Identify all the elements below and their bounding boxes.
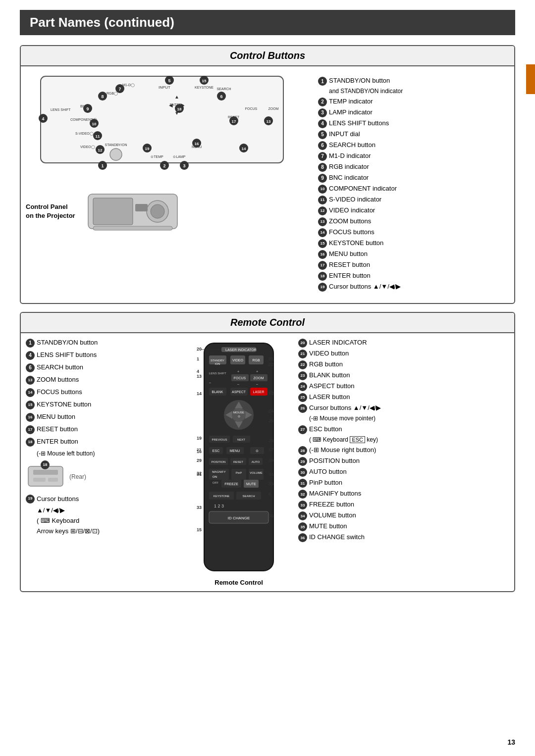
- item-text: COMPONENT indicator: [329, 184, 397, 193]
- list-item: 4 LENS SHIFT buttons: [26, 351, 179, 360]
- svg-text:1: 1: [101, 163, 104, 168]
- list-item: 36 ID CHANGE switch: [298, 533, 509, 542]
- list-item: 15 KEYSTONE button: [26, 400, 179, 409]
- svg-text:FREEZE: FREEZE: [224, 482, 238, 486]
- list-item: 4 LENS SHIFT buttons: [318, 119, 509, 128]
- item-text: (-⊞ Mouse left button): [26, 450, 95, 458]
- item-text: STANDBY/ON button: [37, 338, 98, 347]
- control-items-list: 1 STANDBY/ON button and STANDBY/ON indic…: [313, 71, 509, 298]
- svg-text:▲: ▲: [174, 94, 179, 100]
- svg-text:11: 11: [96, 134, 100, 139]
- svg-text:+: +: [256, 370, 258, 373]
- item-number: 6: [26, 363, 35, 372]
- list-item: 14 FOCUS buttons: [26, 388, 179, 397]
- item-number: 27: [298, 425, 307, 434]
- item-number: 4: [318, 119, 327, 128]
- cursor-keyboard-note: ( ⌨ Keyboard: [26, 516, 179, 526]
- item-text: ENTER button: [37, 437, 78, 446]
- list-item: 17 RESET button: [318, 260, 509, 270]
- list-item: 14 FOCUS buttons: [318, 228, 509, 237]
- item-text: MENU button: [329, 250, 368, 258]
- item-number: 30: [298, 468, 307, 477]
- list-item: 21 VIDEO button: [298, 349, 509, 358]
- svg-text:14: 14: [197, 391, 202, 396]
- item-number: 22: [298, 360, 307, 369]
- item-text: STANDBY/ON button: [329, 76, 390, 85]
- svg-text:15: 15: [202, 79, 207, 83]
- item-number: 4: [26, 351, 35, 360]
- remote-control-section: Remote Control 1 STANDBY/ON button 4 LEN…: [20, 312, 515, 592]
- svg-text:ESC: ESC: [213, 449, 219, 453]
- item-number: 16: [318, 250, 327, 259]
- list-item: 26 Cursor buttons ▲/▼/◀/▶: [298, 403, 509, 413]
- item-text: AUTO button: [309, 467, 347, 476]
- list-item: 22 RGB button: [298, 360, 509, 369]
- item-text: and STANDBY/ON indicator: [318, 87, 403, 96]
- svg-text:17: 17: [232, 119, 236, 124]
- list-item: 15 KEYSTONE button: [318, 239, 509, 248]
- list-item: 23 BLANK button: [298, 371, 509, 380]
- list-item: ( ⌨ Keyboard ESC key): [298, 436, 509, 444]
- svg-text:PREVIOUS: PREVIOUS: [212, 438, 227, 441]
- svg-text:POSITION: POSITION: [212, 460, 226, 463]
- list-item: 18 ENTER button: [26, 437, 179, 447]
- item-text: KEYSTONE button: [329, 239, 383, 248]
- svg-text:/ON: /ON: [215, 362, 220, 365]
- svg-text:17: 17: [268, 447, 273, 452]
- svg-text:7: 7: [118, 87, 121, 92]
- svg-text:ASPECT: ASPECT: [232, 390, 246, 394]
- svg-rect-126: [231, 469, 246, 480]
- list-item: 3 LAMP indicator: [318, 108, 509, 117]
- item-number: 29: [298, 457, 307, 466]
- item-text: ZOOM buttons: [37, 375, 79, 384]
- list-item: 34 VOLUME button: [298, 511, 509, 520]
- list-item: 13 ZOOM buttons: [26, 375, 179, 385]
- svg-text:ID CHANGE: ID CHANGE: [228, 516, 250, 520]
- svg-text:BLANK: BLANK: [212, 390, 223, 394]
- item-number: 6: [318, 141, 327, 150]
- list-item: 18 ENTER button: [318, 271, 509, 281]
- svg-text:ON: ON: [213, 475, 217, 478]
- list-item: (-⊞ Mouse left button): [26, 450, 179, 458]
- svg-text:ZOOM: ZOOM: [268, 107, 279, 110]
- item-number: 15: [318, 239, 327, 248]
- svg-rect-71: [48, 478, 58, 482]
- item-number: 9: [318, 174, 327, 183]
- item-text: FREEZE button: [309, 500, 354, 509]
- svg-text:8: 8: [101, 94, 104, 99]
- svg-text:VOLUME: VOLUME: [250, 471, 262, 474]
- item-number: 13: [318, 217, 327, 226]
- svg-text:KEYSTONE: KEYSTONE: [195, 86, 214, 89]
- remote-left-column: 1 STANDBY/ON button 4 LENS SHIFT buttons…: [26, 338, 179, 537]
- list-item: 17 RESET button: [26, 425, 179, 434]
- svg-text:13: 13: [267, 119, 271, 124]
- list-item: 2 TEMP indicator: [318, 97, 509, 106]
- item-text: ESC button: [309, 425, 342, 434]
- item-text: FOCUS buttons: [37, 388, 82, 397]
- item-text: SEARCH button: [329, 141, 375, 150]
- item-text: VOLUME button: [309, 511, 356, 520]
- svg-text:▶: ▶: [181, 102, 185, 108]
- item-number: 32: [298, 490, 307, 499]
- item-number: 15: [26, 401, 35, 409]
- item-number: 35: [298, 522, 307, 531]
- svg-text:28: 28: [268, 438, 273, 443]
- item-number: 25: [298, 393, 307, 402]
- svg-text:MUTE: MUTE: [246, 482, 256, 486]
- item-number: 34: [298, 511, 307, 520]
- svg-rect-128: [249, 469, 264, 480]
- cursor-note: 19 Cursor buttons ▲/▼/◀/▶ ( ⌨ Keyboard A…: [26, 494, 179, 537]
- rear-diagram-area: 18 (Rear): [26, 464, 179, 490]
- item-number: 17: [26, 425, 35, 434]
- list-item: 9 BNC indicator: [318, 173, 509, 183]
- svg-text:–: –: [237, 382, 239, 386]
- svg-text:19: 19: [145, 147, 150, 151]
- item-text: Cursor buttons: [37, 494, 79, 504]
- svg-text:VIDEO◯: VIDEO◯: [80, 145, 95, 149]
- item-text: RGB button: [309, 360, 343, 369]
- item-number: 2: [318, 98, 327, 106]
- list-item: 24 ASPECT button: [298, 382, 509, 391]
- svg-text:BNC◯: BNC◯: [80, 104, 92, 108]
- svg-rect-67: [93, 226, 172, 230]
- list-item: 31 PinP button: [298, 478, 509, 488]
